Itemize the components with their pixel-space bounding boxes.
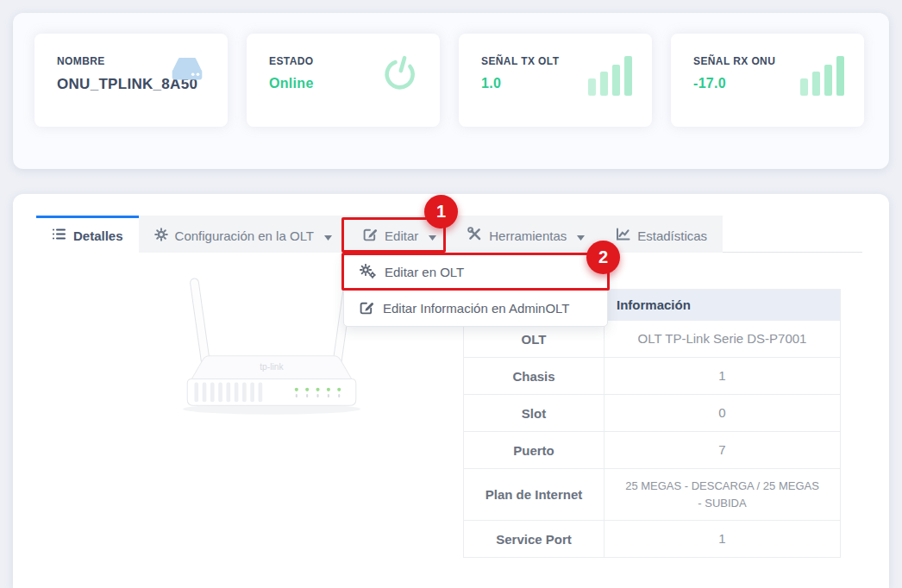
table-row-plan-internet: Plan de Internet 25 MEGAS - DESCARGA / 2… (464, 469, 840, 521)
onu-detail-page: NOMBRE ONU_TPLINK_8A50 ESTADO Online (0, 0, 902, 588)
row-value: OLT TP-Link Serie DS-P7001 (604, 321, 840, 357)
menu-item-label: Editar Información en AdminOLT (383, 301, 570, 316)
card-estado: ESTADO Online (247, 34, 440, 127)
power-icon (379, 53, 421, 97)
router-logo-text: tp-link (260, 362, 284, 372)
row-label: Chasis (464, 358, 604, 394)
signal-bars-icon (588, 53, 633, 99)
row-label: Puerto (464, 432, 604, 468)
row-label: Plan de Internet (464, 469, 604, 520)
onu-device-icon (166, 53, 209, 91)
tab-detalles[interactable]: Detalles (36, 216, 139, 253)
row-value: 1 (604, 521, 840, 557)
card-senal-rx-onu: SEÑAL RX ONU -17.0 (671, 34, 864, 127)
informacion-table: Información OLT OLT TP-Link Serie DS-P70… (463, 289, 841, 558)
tab-label: Estadísticas (637, 228, 707, 243)
table-header-informacion: Información (604, 290, 840, 321)
menu-item-editar-informacion-adminolt[interactable]: Editar Información en AdminOLT (344, 290, 607, 326)
edit-square-icon (360, 300, 374, 317)
card-senal-tx-olt: SEÑAL TX OLT 1.0 (459, 34, 652, 127)
tab-configuracion-olt[interactable]: Configuración en la OLT (139, 216, 348, 253)
highlight-box-editar-en-olt (341, 253, 610, 291)
tab-label: Detalles (73, 228, 123, 243)
row-label: Service Port (464, 521, 604, 557)
tab-label: Herramientas (489, 228, 567, 243)
gear-icon (154, 228, 168, 244)
tools-icon (467, 227, 482, 244)
chart-line-icon (616, 227, 630, 244)
step-badge-2: 2 (586, 241, 620, 274)
summary-panel: NOMBRE ONU_TPLINK_8A50 ESTADO Online (13, 13, 889, 169)
tab-label: Configuración en la OLT (175, 228, 314, 243)
summary-cards: NOMBRE ONU_TPLINK_8A50 ESTADO Online (13, 13, 889, 127)
table-row-service-port: Service Port 1 (464, 521, 840, 558)
row-value: 7 (604, 432, 840, 468)
row-value: 0 (604, 395, 840, 431)
card-nombre: NOMBRE ONU_TPLINK_8A50 (34, 34, 228, 127)
tab-estadisticas[interactable]: Estadísticas (600, 216, 723, 253)
table-row-chasis: Chasis 1 (464, 358, 840, 395)
step-badge-1: 1 (424, 195, 458, 228)
tab-herramientas[interactable]: Herramientas (452, 216, 600, 253)
chevron-down-icon (324, 228, 332, 243)
signal-bars-icon (800, 53, 845, 99)
table-row-slot: Slot 0 (464, 395, 840, 432)
row-value: 25 MEGAS - DESCARGA / 25 MEGAS - SUBIDA (604, 469, 840, 520)
table-row-puerto: Puerto 7 (464, 432, 840, 469)
row-label: Slot (464, 395, 604, 431)
list-icon (52, 227, 66, 244)
row-value: 1 (604, 358, 840, 394)
chevron-down-icon (577, 228, 585, 243)
